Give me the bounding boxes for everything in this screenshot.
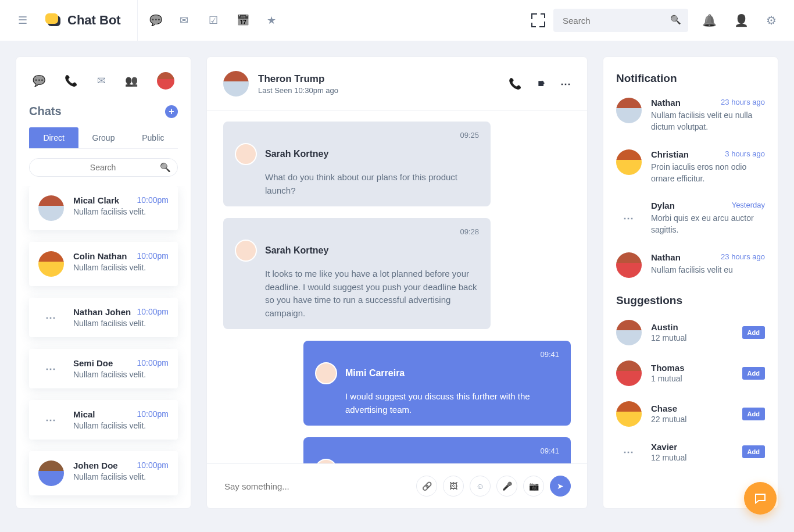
mic-icon (502, 481, 512, 491)
chat-list-item[interactable]: ⋯Semi Doe10:00pmNullam facilisis velit. (29, 349, 178, 388)
contact-time: 10:00pm (137, 409, 169, 419)
contact-name: Colin Nathan (73, 251, 127, 261)
notification-name: Dylan (651, 201, 675, 210)
contact-name: Semi Doe (73, 358, 113, 368)
favorites-icon[interactable] (266, 14, 277, 27)
suggestion-name: Chase (651, 404, 733, 413)
add-suggestion-button[interactable]: Add (742, 367, 765, 380)
contact-name: Nathan Johen (73, 307, 131, 317)
current-user-avatar[interactable] (157, 72, 174, 90)
no-avatar-icon: ⋯ (38, 362, 64, 375)
emoji-button[interactable] (470, 476, 491, 497)
message-sender: Sarah Kortney (265, 245, 328, 256)
add-suggestion-button[interactable]: Add (742, 408, 765, 420)
camera-icon (529, 481, 539, 491)
message-avatar (315, 459, 337, 463)
chat-list-item[interactable]: Colin Nathan10:00pmNullam facilisis veli… (29, 242, 178, 286)
message-outgoing: 09:41Mimi CarreiraI am very busy at the … (303, 437, 571, 463)
send-button[interactable] (550, 476, 571, 497)
notification-text: Nullam facilisis velit eu (651, 264, 765, 276)
notification-time: Yesterday (732, 201, 765, 210)
message-time: 09:28 (235, 227, 479, 236)
notification-item[interactable]: Nathan23 hours agoNullam facilisis velit… (616, 252, 765, 278)
conversation-person-name: Theron Trump (258, 73, 338, 85)
suggestion-mutual: 12 mutual (651, 333, 733, 342)
info-panel: Notification Nathan23 hours agoNullam fa… (603, 57, 778, 508)
chat-type-messages-icon[interactable] (33, 74, 45, 87)
message-text: What do you think about our plans for th… (265, 171, 479, 197)
no-avatar-icon: ⋯ (616, 445, 642, 458)
notification-avatar (616, 149, 642, 175)
new-chat-button[interactable]: + (165, 105, 178, 118)
chat-list: Mical Clark10:00pmNullam facilisis velit… (16, 186, 191, 508)
chat-list-item[interactable]: Mical Clark10:00pmNullam facilisis velit… (29, 186, 178, 230)
profile-icon[interactable] (734, 13, 749, 27)
voice-call-icon[interactable] (509, 77, 521, 90)
message-incoming: 09:25Sarah KortneyWhat do you think abou… (223, 122, 491, 206)
brand-logo-icon (45, 13, 62, 27)
chat-list-item[interactable]: ⋯Nathan Johen10:00pmNullam facilisis vel… (29, 298, 178, 337)
chat-icon[interactable] (149, 14, 161, 27)
mail-icon[interactable] (178, 14, 190, 27)
add-suggestion-button[interactable]: Add (742, 326, 765, 339)
contact-time: 10:00pm (137, 358, 169, 368)
suggestion-name: Austin (651, 322, 733, 332)
search-icon[interactable] (160, 162, 171, 173)
chat-list-item[interactable]: ⋯Mical10:00pmNullam facilisis velit. (29, 400, 178, 440)
chats-panel: Chats + Direct Group Public Mical Clark1… (16, 57, 191, 508)
notification-list: Nathan23 hours agoNullam facilisis velit… (616, 98, 765, 278)
brand[interactable]: Chat Bot (45, 13, 121, 28)
tasks-icon[interactable] (208, 14, 219, 27)
menu-toggle-button[interactable]: ☰ (14, 14, 31, 27)
chat-type-mail-icon[interactable] (97, 74, 106, 87)
video-call-icon[interactable] (538, 77, 544, 90)
contact-time: 10:00pm (137, 195, 169, 205)
send-icon (557, 481, 564, 491)
conversation-avatar[interactable] (223, 71, 249, 97)
attach-link-button[interactable] (416, 476, 437, 497)
notification-text: Nullam facilisis velit eu nulla dictum v… (651, 109, 765, 133)
camera-button[interactable] (523, 476, 544, 497)
notification-item[interactable]: Nathan23 hours agoNullam facilisis velit… (616, 98, 765, 133)
message-text: I would suggest you discuss this further… (345, 390, 559, 416)
tab-group[interactable]: Group (78, 127, 128, 148)
notifications-icon[interactable] (702, 13, 717, 27)
chat-search-input[interactable] (29, 158, 178, 177)
suggestion-item: Thomas1 mutualAdd (616, 360, 765, 386)
calendar-icon[interactable] (237, 14, 248, 27)
image-icon (449, 481, 457, 491)
notification-item[interactable]: Christian3 hours agoProin iaculis eros n… (616, 149, 765, 185)
message-sender: Sarah Kortney (265, 149, 328, 159)
suggestion-avatar (616, 401, 642, 427)
notification-item[interactable]: ⋯DylanYesterdayMorbi quis ex eu arcu auc… (616, 201, 765, 236)
conversation-more-icon[interactable] (560, 77, 571, 90)
search-icon[interactable] (670, 15, 681, 25)
suggestion-mutual: 1 mutual (651, 374, 733, 383)
chat-type-calls-icon[interactable] (65, 74, 77, 87)
add-suggestion-button[interactable]: Add (742, 445, 765, 458)
support-chat-fab[interactable] (744, 482, 777, 515)
suggestion-name: Xavier (651, 442, 733, 452)
chat-list-item[interactable]: Johen Doe10:00pmNullam facilisis velit. (29, 451, 178, 495)
fullscreen-icon[interactable] (531, 13, 545, 27)
brand-title: Chat Bot (67, 13, 121, 28)
message-time: 09:41 (315, 447, 559, 455)
contact-time: 10:00pm (137, 460, 169, 470)
suggestion-name: Thomas (651, 363, 733, 373)
tab-direct[interactable]: Direct (29, 127, 78, 148)
tab-public[interactable]: Public (128, 127, 178, 148)
global-search-input[interactable] (553, 9, 688, 32)
suggestion-list: Austin12 mutualAddThomas1 mutualAddChase… (616, 320, 765, 462)
contact-time: 10:00pm (137, 251, 169, 261)
message-input[interactable] (223, 481, 410, 492)
conversation-panel: Theron Trump Last Seen 10:30pm ago 09:25… (207, 57, 587, 508)
notification-time: 23 hours ago (721, 98, 765, 108)
voice-record-button[interactable] (496, 476, 517, 497)
attach-image-button[interactable] (443, 476, 464, 497)
no-avatar-icon: ⋯ (38, 311, 64, 324)
settings-icon[interactable] (766, 13, 777, 27)
chat-scope-tabs: Direct Group Public (29, 127, 178, 149)
notification-avatar (616, 252, 642, 278)
contact-avatar (38, 195, 64, 221)
chat-type-contacts-icon[interactable] (125, 74, 138, 87)
